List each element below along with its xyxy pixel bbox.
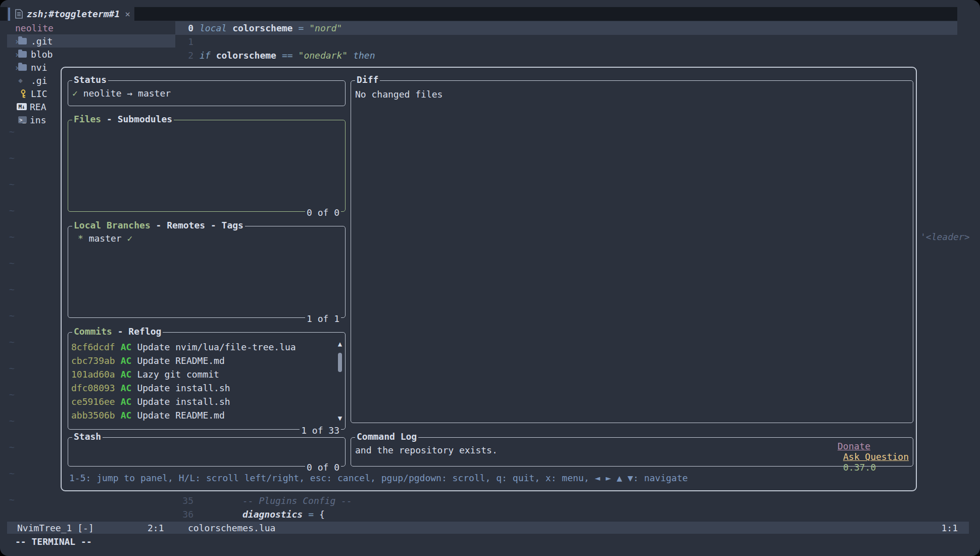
lua-string: "nord" — [309, 23, 342, 33]
status-branch-text: neolite → master — [83, 88, 171, 99]
tree-item-label: REA — [30, 102, 46, 112]
commit-message: Update install.sh — [137, 383, 230, 393]
markdown-icon: M↓ — [17, 103, 27, 110]
commit-author: AC — [121, 342, 132, 352]
lua-keyword: if — [200, 50, 211, 61]
diff-panel[interactable]: Diff No changed files — [351, 80, 913, 423]
tilde-marker: ~ — [9, 337, 15, 350]
files-tab[interactable]: Files — [74, 114, 101, 124]
mode-indicator: -- TERMINAL -- — [15, 535, 92, 548]
tree-item-label: nvi — [31, 62, 47, 73]
tree-item-label: ins — [30, 115, 46, 125]
code-line-35[interactable]: 35 -- Plugins Config -- — [175, 494, 957, 507]
tab-close-icon[interactable]: × — [125, 9, 130, 19]
tilde-marker: ~ — [9, 363, 15, 376]
tilde-marker: ~ — [9, 442, 15, 455]
file-icon — [15, 9, 23, 19]
code-line-36[interactable]: 36 diagnostics={ — [175, 507, 957, 521]
branches-count: 1 of 1 — [305, 313, 341, 324]
statusline-filename: colorschemes.lua — [188, 523, 275, 533]
commits-tabs-rest[interactable]: - Reflog — [112, 326, 162, 337]
scroll-down-icon[interactable]: ▼ — [336, 414, 344, 422]
terminal-window: zsh;#toggleterm#1 × neolite › .git › blo… — [0, 0, 980, 556]
commit-row[interactable]: 101ad60aACLazy git commit — [71, 367, 333, 381]
lua-string: "onedark" — [299, 50, 348, 61]
commits-scrollbar[interactable]: ▲ ▼ — [336, 340, 344, 422]
tree-item-label: blob — [31, 49, 53, 60]
commits-tab[interactable]: Commits — [74, 326, 112, 337]
tree-item-label: .git — [31, 36, 53, 47]
tab-zsh-toggleterm[interactable]: zsh;#toggleterm#1 × — [7, 7, 134, 21]
commit-hash: 8cf6dcdf — [71, 342, 115, 352]
lua-operator: == — [282, 50, 293, 61]
commit-author: AC — [121, 396, 132, 407]
branches-panel[interactable]: Local Branches - Remotes - Tags * master… — [68, 226, 346, 318]
ask-question-link[interactable]: Ask Question — [843, 451, 909, 462]
lua-identifier: colorscheme — [232, 23, 292, 33]
line-number: 2 — [175, 50, 200, 61]
scrollbar-thumb[interactable] — [338, 353, 342, 372]
tilde-marker: ~ — [9, 126, 15, 140]
donate-link[interactable]: Donate — [838, 441, 870, 451]
files-panel[interactable]: Files - Submodules 0 of 0 — [68, 120, 346, 212]
line-number: 35 — [175, 495, 200, 506]
commit-row[interactable]: 8cf6dcdfACUpdate nvim/lua/file-tree.lua — [71, 340, 333, 354]
commit-hash: ce5916ee — [71, 396, 115, 407]
lua-operator: = — [308, 509, 314, 520]
stash-panel[interactable]: Stash 0 of 0 — [68, 437, 346, 467]
code-line-0[interactable]: 0 localcolorscheme="nord" — [175, 21, 957, 35]
commit-author: AC — [121, 410, 132, 421]
tab-title: zsh;#toggleterm#1 — [27, 9, 120, 19]
tilde-marker: ~ — [9, 258, 15, 271]
chevron-right-icon: › — [7, 36, 18, 47]
commit-author: AC — [121, 369, 132, 380]
line-number: 0 — [175, 23, 200, 33]
files-tabs-rest[interactable]: - Submodules — [101, 114, 172, 124]
commit-row[interactable]: ce5916eeACUpdate install.sh — [71, 395, 333, 408]
files-count: 0 of 0 — [305, 207, 341, 218]
tree-item-blob-dir[interactable]: › blob — [7, 48, 175, 61]
tilde-marker: ~ — [9, 231, 15, 245]
lua-comment: -- Plugins Config -- — [242, 495, 352, 506]
commits-panel[interactable]: Commits - Reflog 8cf6dcdfACUpdate nvim/l… — [68, 332, 346, 430]
commit-row[interactable]: cbc739abACUpdate README.md — [71, 354, 333, 367]
lua-identifier: colorscheme — [216, 50, 276, 61]
status-panel-title[interactable]: Status — [72, 74, 108, 85]
code-line-1[interactable]: 1 — [175, 35, 957, 49]
tree-item-label: .gi — [31, 75, 47, 86]
check-icon: ✓ — [72, 88, 78, 99]
commit-hash: cbc739ab — [71, 355, 115, 366]
commit-message: Update README.md — [137, 355, 224, 366]
commit-message: Update install.sh — [137, 396, 230, 407]
tree-item-git-dir[interactable]: › .git — [7, 34, 175, 48]
diff-panel-title[interactable]: Diff — [355, 74, 380, 85]
commits-count: 1 of 33 — [300, 425, 341, 436]
line-number: 36 — [175, 509, 200, 520]
command-log-title[interactable]: Command Log — [355, 431, 418, 442]
tree-root[interactable]: neolite — [7, 21, 175, 34]
tilde-marker: ~ — [9, 179, 15, 192]
line-number: 1 — [175, 36, 200, 47]
statusline-cursor-position: 1:1 — [941, 523, 958, 533]
commit-hash: abb3506b — [71, 410, 115, 421]
scroll-up-icon[interactable]: ▲ — [336, 340, 344, 348]
code-line-2[interactable]: 2 ifcolorscheme=="onedark"then — [175, 49, 957, 62]
commit-row[interactable]: abb3506bACUpdate README.md — [71, 408, 333, 422]
tilde-marker: ~ — [9, 310, 15, 323]
branches-tabs-rest[interactable]: - Remotes - Tags — [151, 220, 243, 230]
branch-name: master — [89, 233, 122, 244]
chevron-right-icon: › — [7, 49, 18, 60]
tilde-marker: ~ — [9, 389, 15, 402]
current-branch-star: * — [78, 233, 83, 244]
stash-panel-title[interactable]: Stash — [72, 431, 103, 442]
tree-item-label: LIC — [31, 88, 47, 99]
lazygit-version: 0.37.0 — [843, 462, 876, 473]
branches-tab[interactable]: Local Branches — [74, 220, 151, 230]
tree-root-label: neolite — [7, 23, 54, 33]
status-panel[interactable]: Status ✓ neolite → master — [68, 80, 346, 106]
folder-icon — [18, 51, 27, 58]
commit-hash: dfc08093 — [71, 383, 115, 393]
tab-bar: zsh;#toggleterm#1 × — [0, 7, 957, 21]
commit-row[interactable]: dfc08093ACUpdate install.sh — [71, 381, 333, 395]
check-icon: ✓ — [127, 233, 133, 244]
